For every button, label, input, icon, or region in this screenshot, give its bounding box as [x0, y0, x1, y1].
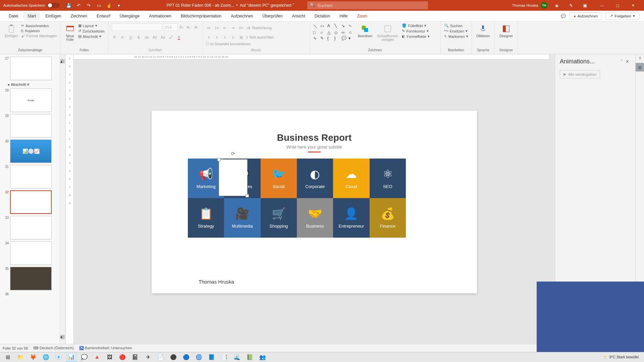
dictate-button[interactable]: Diktieren: [475, 23, 491, 39]
outdent-button[interactable]: ⇤: [222, 25, 228, 31]
shape-line-icon[interactable]: ＼: [313, 23, 319, 29]
shape-sq-icon[interactable]: □: [313, 30, 319, 35]
record-button[interactable]: ●Aufzeichnen: [569, 12, 602, 20]
teams-icon[interactable]: 👥: [257, 352, 268, 362]
tile-seo[interactable]: ⚛SEO: [370, 159, 406, 198]
tile-shopping[interactable]: 🛒Shopping: [261, 198, 297, 238]
powerpoint-icon[interactable]: 📊: [66, 352, 77, 362]
underline-button[interactable]: U: [128, 34, 134, 40]
present-icon[interactable]: ▭: [94, 1, 104, 10]
tab-design[interactable]: Entwurf: [93, 12, 114, 20]
slide-counter[interactable]: Folie 32 von 58: [3, 346, 28, 350]
thumb-34[interactable]: [10, 241, 52, 265]
pane-close-icon[interactable]: ✕: [624, 58, 631, 65]
thumb-32[interactable]: [10, 190, 52, 214]
section-header[interactable]: ▸ Abschnitt 4: [0, 81, 65, 87]
justify-button[interactable]: ≡: [230, 34, 236, 40]
shape-diamond-icon[interactable]: ◇: [334, 30, 340, 35]
spacing-button[interactable]: AV: [152, 34, 158, 40]
reset-button[interactable]: ↺Zurücksetzen: [78, 29, 105, 33]
thumb-35[interactable]: [10, 267, 52, 290]
smartart-button[interactable]: ⬡In SmartArt konvertieren: [206, 42, 251, 46]
outlook-icon[interactable]: 📧: [53, 352, 64, 362]
tab-view[interactable]: Ansicht: [288, 12, 309, 20]
shape-arrow2-icon[interactable]: ⇨: [341, 30, 347, 35]
telegram-icon[interactable]: ✈: [142, 352, 154, 362]
columns-button[interactable]: ▥: [238, 34, 244, 40]
play-all-button[interactable]: ▶Alle wiedergeben: [560, 70, 600, 78]
shape-line2-icon[interactable]: ╲: [334, 23, 340, 29]
comments-icon[interactable]: 💬: [561, 14, 566, 18]
slide-canvas[interactable]: 16 15 14 13 12 11 10 9 8 7 6 5 4 3 2 1 0…: [66, 54, 555, 344]
autosave-toggle[interactable]: Automatisches Speichern: [1, 3, 61, 8]
tile-business[interactable]: 🤝Business: [297, 198, 333, 238]
clear-format-icon[interactable]: A̷: [193, 24, 199, 30]
minimize-button[interactable]: —: [594, 0, 610, 11]
shapes-gallery[interactable]: ＼▭A╲↘⤷ □○△◇⇨☆ ∿✎{}💬▾: [313, 23, 355, 41]
tile-finance[interactable]: 💰Finance: [370, 198, 406, 238]
align-center-button[interactable]: ≡: [214, 34, 220, 40]
format-painter-button[interactable]: 🖌Format übertragen: [21, 34, 57, 38]
fill-button[interactable]: 🪣Fülleffekt ▾: [402, 23, 430, 28]
thumb-29[interactable]: [10, 114, 52, 137]
bullets-button[interactable]: •≡: [206, 25, 212, 31]
replace-button[interactable]: ᵃ⤳Ersetzen ▾: [444, 29, 468, 33]
undo-icon[interactable]: ↶: [74, 1, 84, 10]
onenote-icon[interactable]: 📓: [129, 352, 141, 362]
text-align-button[interactable]: ⫴Text ausrichten: [246, 34, 274, 40]
pane-collapse-icon[interactable]: ˅: [619, 58, 624, 65]
slide-title[interactable]: Business Report: [152, 111, 477, 143]
obs-icon[interactable]: ⚫: [168, 352, 179, 362]
explorer-icon[interactable]: 📁: [15, 352, 26, 362]
vlc-icon[interactable]: 🔺: [91, 352, 103, 362]
shape-text-icon[interactable]: A: [327, 23, 333, 29]
accessibility-button[interactable]: ♿ Barrierefreiheit: Untersuchen: [79, 346, 132, 350]
app-icon-6[interactable]: 🌀: [193, 352, 205, 362]
indent-button[interactable]: ⇥: [230, 25, 236, 31]
tab-home[interactable]: Start: [23, 12, 40, 20]
arrange-button[interactable]: Anordnen: [357, 23, 374, 39]
shape-brace2-icon[interactable]: }: [334, 36, 340, 41]
thumb-33[interactable]: [10, 216, 52, 239]
window-layout-icon[interactable]: ▣: [580, 1, 590, 10]
edge-icon[interactable]: 🌊: [231, 352, 243, 362]
cut-button[interactable]: ✂Ausschneiden: [21, 23, 57, 28]
app-icon-7[interactable]: 📑: [219, 352, 230, 362]
close-button[interactable]: ✕: [625, 0, 641, 11]
shape-more-icon[interactable]: ▾: [348, 36, 355, 41]
rail-help-icon[interactable]: ?: [636, 54, 644, 63]
shape-arrow-icon[interactable]: ↘: [341, 23, 347, 29]
tile-strategy[interactable]: 📋Strategy: [188, 198, 224, 238]
app-icon-1[interactable]: 💭: [78, 352, 90, 362]
autosave-switch-icon[interactable]: [47, 3, 59, 8]
shape-curve-icon[interactable]: ∿: [313, 36, 319, 41]
thumb-scrollbar[interactable]: ▴▾: [60, 54, 65, 344]
paste-button[interactable]: Einfügen: [3, 23, 19, 39]
shape-callout-icon[interactable]: 💬: [341, 36, 347, 41]
tab-insert[interactable]: Einfügen: [41, 12, 65, 20]
firefox-icon[interactable]: 🦊: [28, 352, 39, 362]
tile-corporate[interactable]: ◐Corporate: [297, 159, 333, 198]
chrome-icon[interactable]: 🌐: [40, 352, 52, 362]
language-button[interactable]: ⌨ Deutsch (Österreich): [33, 346, 74, 350]
italic-button[interactable]: K: [120, 34, 126, 40]
tab-slideshow[interactable]: Bildschirmpräsentation: [177, 12, 225, 20]
maximize-button[interactable]: ▢: [610, 0, 625, 11]
tab-zoom[interactable]: Zoom: [353, 12, 371, 20]
new-slide-button[interactable]: Neue Folie: [64, 23, 76, 42]
layout-button[interactable]: ▦Layout ▾: [78, 23, 105, 28]
shadow-button[interactable]: ab: [144, 34, 150, 40]
slide-subtitle[interactable]: Write here your great subtitle: [152, 143, 477, 149]
shape-brace-icon[interactable]: {: [327, 36, 333, 41]
section-button[interactable]: ▤Abschnitt ▾: [78, 34, 105, 39]
thumb-27[interactable]: [10, 57, 52, 80]
thumb-30[interactable]: 📊⚪📈: [10, 139, 52, 163]
tile-social[interactable]: 🐦Social: [261, 159, 297, 198]
designer-button[interactable]: Designer: [498, 23, 514, 39]
copy-button[interactable]: ⎘Kopieren: [21, 29, 57, 33]
tile-cloud[interactable]: ☁Cloud: [333, 159, 369, 198]
font-family-input[interactable]: [112, 23, 162, 31]
align-left-button[interactable]: ≡: [206, 34, 212, 40]
slide-thumbnails[interactable]: 27 ▸ Abschnitt 4 28Ende 29 30📊⚪📈 31 32 3…: [0, 54, 66, 344]
app-icon-2[interactable]: 🖼: [104, 352, 115, 362]
